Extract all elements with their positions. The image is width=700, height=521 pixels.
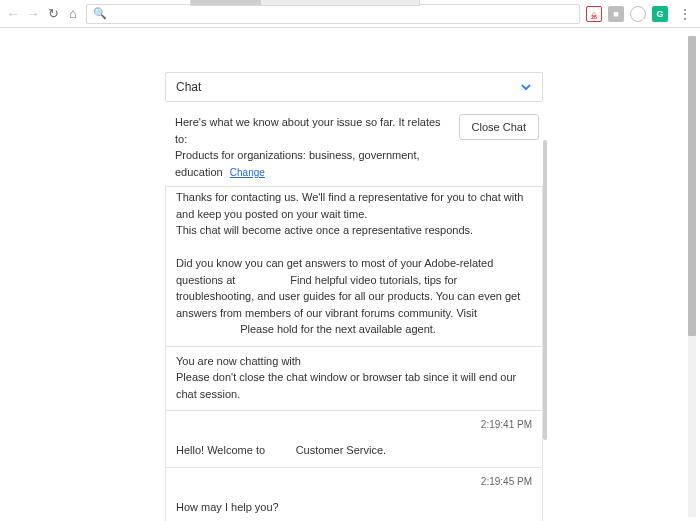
search-icon: 🔍 — [93, 7, 107, 20]
page-content: Chat Here's what we know about your issu… — [0, 28, 700, 521]
agent-message-1: 2:19:41 PM Hello! Welcome to Customer Se… — [165, 411, 543, 468]
chat-panel: Chat Here's what we know about your issu… — [165, 72, 543, 521]
agent-msg-1b: Customer Service. — [296, 444, 386, 456]
chat-transcript: Thanks for contacting us. We'll find a r… — [165, 186, 543, 521]
browser-toolbar: ← → ↻ ⌂ 🔍 ⌂ ■ G ⋮ — [0, 0, 700, 28]
browser-menu-icon[interactable]: ⋮ — [674, 6, 694, 22]
issue-products: Products for organizations: business, go… — [175, 149, 420, 178]
address-input[interactable] — [113, 8, 573, 20]
extension-icon-1[interactable]: ⌂ — [586, 6, 602, 22]
agent-msg-1a: Hello! Welcome to — [176, 444, 265, 456]
reload-icon[interactable]: ↻ — [46, 7, 60, 21]
agent-joined-block: You are now chatting with Please don't c… — [165, 347, 543, 412]
chevron-down-icon — [520, 81, 532, 93]
issue-intro: Here's what we know about your issue so … — [175, 116, 441, 145]
page-scroll-thumb[interactable] — [688, 36, 696, 336]
timestamp: 2:19:41 PM — [176, 417, 532, 432]
system-line-2c: Please hold for the next available agent… — [240, 323, 436, 335]
home-icon[interactable]: ⌂ — [66, 7, 80, 21]
agent-joined-line-2: Please don't close the chat window or br… — [176, 371, 516, 400]
chat-type-label: Chat — [176, 80, 201, 94]
chat-scroll-thumb[interactable] — [543, 140, 547, 440]
extension-icon-2[interactable]: ■ — [608, 6, 624, 22]
system-line-1b: This chat will become active once a repr… — [176, 224, 473, 236]
extension-icon-3[interactable] — [630, 6, 646, 22]
forward-icon[interactable]: → — [26, 7, 40, 21]
system-message-block-1: Thanks for contacting us. We'll find a r… — [165, 187, 543, 347]
change-link[interactable]: Change — [230, 167, 265, 178]
timestamp: 2:19:45 PM — [176, 474, 532, 489]
address-bar[interactable]: 🔍 — [86, 4, 580, 24]
agent-msg-2: How may I help you? — [176, 501, 279, 513]
agent-message-2: 2:19:45 PM How may I help you? — [165, 468, 543, 522]
issue-summary-row: Here's what we know about your issue so … — [165, 114, 543, 180]
extension-grammarly-icon[interactable]: G — [652, 6, 668, 22]
chat-type-dropdown[interactable]: Chat — [165, 72, 543, 102]
tab-scroll-artifact — [190, 0, 420, 6]
back-icon[interactable]: ← — [6, 7, 20, 21]
system-line-1a: Thanks for contacting us. We'll find a r… — [176, 191, 523, 220]
issue-summary-text: Here's what we know about your issue so … — [175, 114, 449, 180]
close-chat-button[interactable]: Close Chat — [459, 114, 539, 140]
agent-joined-line-1: You are now chatting with — [176, 355, 301, 367]
